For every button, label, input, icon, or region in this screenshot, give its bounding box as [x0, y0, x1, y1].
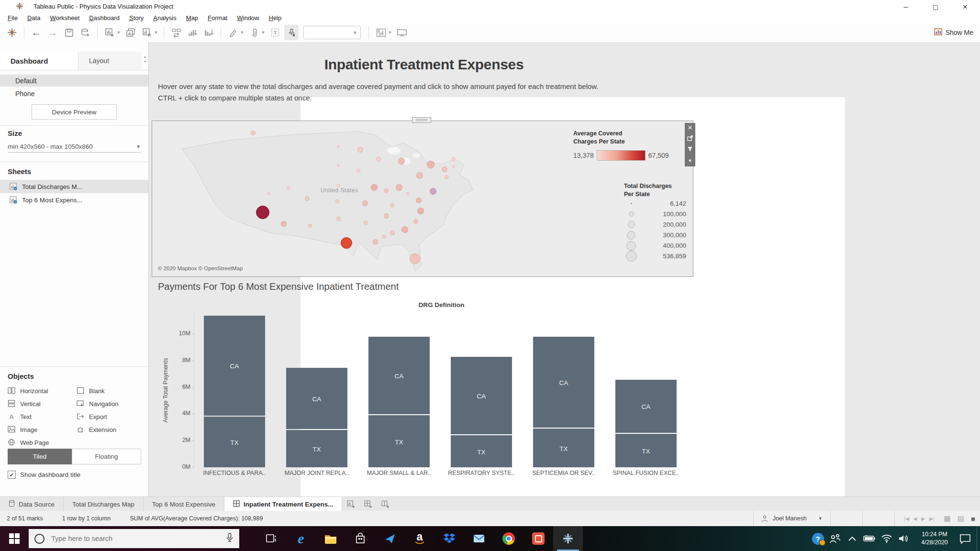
menu-item-window[interactable]: Window	[232, 13, 264, 23]
user-menu[interactable]: Joel Manesh ▼	[753, 511, 831, 526]
mail-taskbar-icon[interactable]	[464, 526, 494, 551]
dropdown-caret[interactable]: ▼	[153, 25, 159, 40]
filmstrip-icon[interactable]: ▤	[958, 514, 964, 523]
pane-tab-scroller[interactable]: ▲▼	[142, 55, 148, 67]
taskbar-search[interactable]	[29, 529, 239, 548]
show-me-button[interactable]: Show Me	[934, 26, 973, 39]
menu-item-help[interactable]: Help	[264, 13, 286, 23]
state-mark-tx[interactable]	[341, 237, 352, 249]
object-blank[interactable]: Blank	[77, 385, 105, 397]
chrome-taskbar-icon[interactable]	[494, 526, 523, 551]
dropdown-caret[interactable]: ▼	[116, 25, 122, 40]
menu-item-analysis[interactable]: Analysis	[148, 13, 181, 23]
chevron-up-tray-icon[interactable]	[844, 526, 861, 551]
add-data-source-button[interactable]	[78, 25, 92, 40]
dropbox-taskbar-icon[interactable]	[434, 526, 464, 551]
sort-ascending-button[interactable]	[185, 25, 200, 40]
fit-selector[interactable]: ▼	[303, 26, 361, 39]
show-desktop-button[interactable]	[977, 526, 980, 551]
volume-tray-icon[interactable]	[895, 526, 913, 551]
device-mode-phone[interactable]: Phone	[0, 88, 148, 99]
bar-1[interactable]: TXCA	[204, 316, 265, 467]
size-dropdown[interactable]: min 420x560 - max 1050x860 ▼	[8, 141, 141, 153]
wifi-tray-icon[interactable]	[878, 526, 895, 551]
file-explorer-taskbar-icon[interactable]	[316, 526, 345, 551]
dropdown-caret[interactable]: ▼	[239, 25, 245, 40]
tab-dashboard[interactable]: Dashboard	[0, 52, 78, 70]
go-to-sheet-icon[interactable]	[687, 135, 693, 143]
sheet-tab-top-6-most-expensive[interactable]: Top 6 Most Expensive	[144, 497, 224, 511]
tableau-logo[interactable]	[5, 25, 19, 40]
sort-descending-button[interactable]	[201, 25, 216, 40]
start-button[interactable]	[0, 526, 29, 551]
taskbar-clock[interactable]: 10:24 PM4/28/2020	[913, 530, 957, 547]
new-dashboard-button[interactable]	[359, 497, 377, 511]
bar-5[interactable]: TXCA	[533, 337, 594, 467]
people-tray-icon[interactable]	[826, 526, 844, 551]
clear-sheet-button[interactable]	[140, 25, 154, 40]
menu-item-story[interactable]: Story	[124, 13, 148, 23]
bar-4[interactable]: TXCA	[451, 357, 512, 467]
sheet-tab-data-source[interactable]: Data Source	[0, 497, 64, 511]
object-extension[interactable]: Extension	[77, 423, 116, 436]
bar-2[interactable]: TXCA	[286, 368, 347, 467]
menu-item-dashboard[interactable]: Dashboard	[84, 13, 124, 23]
swap-rows-columns-button[interactable]	[169, 25, 183, 40]
menu-item-format[interactable]: Format	[203, 13, 232, 23]
store-taskbar-icon[interactable]	[345, 526, 375, 551]
floating-button[interactable]: Floating	[72, 449, 141, 464]
menu-item-map[interactable]: Map	[181, 13, 203, 23]
edge-taskbar-icon[interactable]: e	[286, 526, 316, 551]
microphone-icon[interactable]	[226, 533, 234, 544]
tab-layout[interactable]: Layout	[78, 52, 142, 70]
blue-app-taskbar-icon[interactable]	[375, 526, 405, 551]
show-tabs-icon[interactable]: ■	[971, 515, 975, 523]
highlight-button[interactable]	[226, 25, 240, 40]
maximize-button[interactable]: ▢	[921, 0, 950, 13]
dropdown-caret[interactable]: ▼	[260, 25, 266, 40]
action-center-icon[interactable]	[957, 526, 974, 551]
tableau-taskbar-icon[interactable]	[553, 526, 583, 551]
menu-item-data[interactable]: Data	[22, 13, 45, 23]
sheet-tab-total-discharges-map[interactable]: Total Discharges Map	[64, 497, 144, 511]
bar-3[interactable]: TXCA	[368, 337, 430, 467]
battery-tray-icon[interactable]	[861, 526, 878, 551]
more-options-icon[interactable]: ▼	[688, 157, 692, 165]
menu-item-worksheet[interactable]: Worksheet	[45, 13, 84, 23]
show-mark-labels-button[interactable]: T	[268, 25, 282, 40]
object-text[interactable]: AText	[8, 410, 32, 423]
undo-button[interactable]: ←	[29, 25, 44, 40]
object-navigation[interactable]: Navigation	[77, 397, 118, 410]
device-mode-default[interactable]: Default	[0, 75, 148, 87]
minimize-button[interactable]: ─	[891, 0, 921, 13]
use-as-filter-icon[interactable]	[687, 146, 693, 154]
amazon-taskbar-icon[interactable]: a	[405, 526, 434, 551]
show-hide-cards-button[interactable]	[374, 25, 388, 40]
sidebar-sheet-2[interactable]: Top 6 Most Expens...	[0, 193, 148, 207]
state-mark-ca[interactable]	[256, 206, 269, 219]
dropdown-caret[interactable]: ▼	[387, 25, 393, 40]
sheet-tab-inpatient-treatment-expens-[interactable]: Inpatient Treatment Expens...	[224, 497, 343, 511]
menu-item-file[interactable]: File	[3, 13, 22, 23]
show-dashboard-title-checkbox[interactable]: ✓	[8, 471, 16, 479]
new-worksheet-button[interactable]	[342, 497, 359, 511]
device-preview-button[interactable]: Device Preview	[32, 104, 117, 120]
photos-taskbar-icon[interactable]	[523, 526, 553, 551]
sheet-navigation-arrows[interactable]: |◀◀▶▶|	[904, 516, 935, 521]
sidebar-sheet-1[interactable]: Total Discharges M...	[0, 180, 148, 193]
sheet-sorter-icon[interactable]: ▦	[944, 514, 951, 523]
object-image[interactable]: Image	[8, 423, 37, 436]
group-members-button[interactable]	[247, 25, 261, 40]
new-story-button[interactable]	[377, 497, 394, 511]
duplicate-sheet-button[interactable]	[123, 25, 138, 40]
remove-item-icon[interactable]: ✕	[688, 124, 692, 132]
tiled-button[interactable]: Tiled	[8, 449, 72, 464]
close-button[interactable]: ✕	[950, 0, 980, 13]
search-input[interactable]	[50, 534, 220, 543]
save-button[interactable]	[62, 25, 76, 40]
object-web-page[interactable]: Web Page	[8, 436, 49, 449]
new-worksheet-button[interactable]	[102, 25, 117, 40]
bar-6[interactable]: TXCA	[615, 380, 677, 467]
object-vertical[interactable]: Vertical	[8, 397, 41, 410]
fix-axes-button[interactable]	[284, 25, 299, 40]
